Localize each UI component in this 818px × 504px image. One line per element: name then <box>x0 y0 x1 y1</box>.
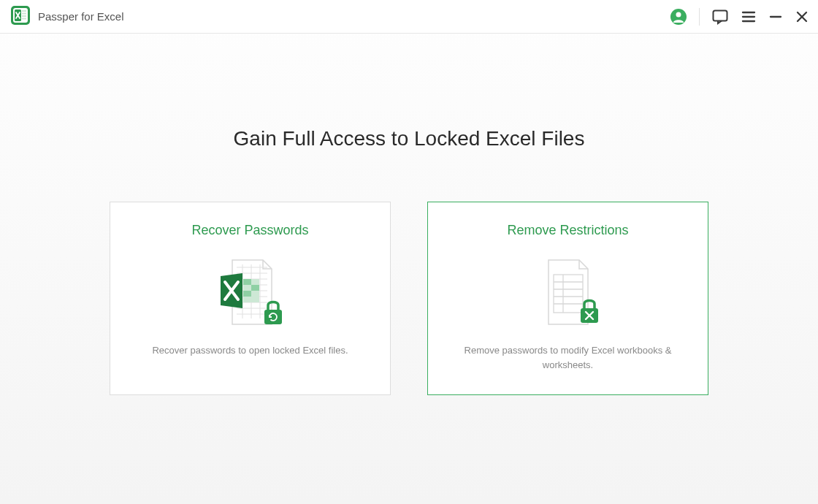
menu-icon[interactable] <box>741 9 757 25</box>
svg-rect-31 <box>243 291 251 297</box>
recover-passwords-desc: Recover passwords to open locked Excel f… <box>152 343 348 358</box>
titlebar-right <box>670 8 809 26</box>
svg-point-8 <box>676 12 681 17</box>
remove-restrictions-desc: Remove passwords to modify Excel workboo… <box>451 343 685 372</box>
account-icon[interactable] <box>670 8 687 26</box>
recover-passwords-icon <box>210 257 291 329</box>
remove-restrictions-title: Remove Restrictions <box>507 223 628 238</box>
titlebar: Passper for Excel <box>0 0 818 34</box>
titlebar-separator <box>699 8 700 26</box>
option-cards: Recover Passwords <box>0 202 818 395</box>
main-content: Gain Full Access to Locked Excel Files R… <box>0 34 818 395</box>
main-heading: Gain Full Access to Locked Excel Files <box>0 127 818 150</box>
svg-rect-32 <box>264 310 282 324</box>
titlebar-left: Passper for Excel <box>10 5 124 28</box>
svg-rect-29 <box>243 279 251 285</box>
svg-rect-5 <box>22 15 26 17</box>
recover-passwords-title: Recover Passwords <box>191 223 308 238</box>
app-title: Passper for Excel <box>38 10 124 23</box>
svg-rect-4 <box>22 12 26 14</box>
svg-rect-3 <box>22 10 26 12</box>
svg-rect-30 <box>251 285 259 291</box>
remove-restrictions-card[interactable]: Remove Restrictions <box>427 202 708 395</box>
remove-restrictions-icon <box>528 257 608 329</box>
minimize-icon[interactable] <box>768 9 783 24</box>
svg-rect-9 <box>714 10 727 20</box>
recover-passwords-card[interactable]: Recover Passwords <box>110 202 391 395</box>
feedback-icon[interactable] <box>711 8 729 26</box>
close-icon[interactable] <box>795 9 809 24</box>
svg-rect-6 <box>22 18 26 19</box>
app-logo-icon <box>10 5 31 28</box>
